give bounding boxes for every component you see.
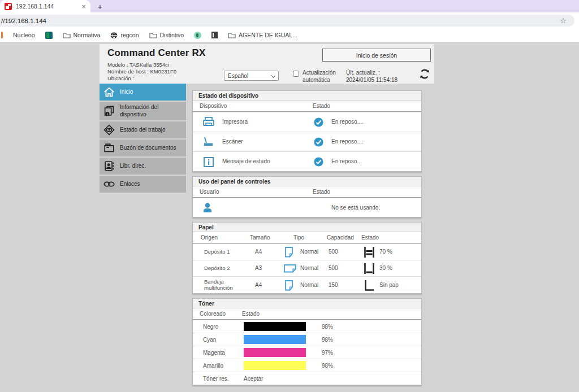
toner-name: Amarillo — [203, 363, 223, 369]
refresh-icon — [418, 68, 431, 80]
sidebar-item-label: Inicio — [120, 89, 133, 96]
auto-refresh-group: Actualización automática — [293, 69, 339, 84]
language-select[interactable]: Español — [224, 71, 279, 81]
paper-portrait-icon — [283, 280, 295, 294]
paper-type: Normal — [300, 265, 318, 271]
col-capacity: Capacidad — [327, 234, 354, 241]
panel-usage-panel: Uso del panel de controles Usuario Estad… — [192, 176, 422, 217]
url-text: //192.168.1.144 — [1, 18, 560, 24]
sidebar-item-inicio[interactable]: Inicio — [100, 84, 186, 101]
refresh-button[interactable] — [418, 68, 431, 80]
toner-level-bar — [244, 322, 306, 331]
device-info-icon — [103, 105, 115, 117]
paper-row-deposito-1: Depósito 1 A4 Normal 500 70 % — [193, 243, 421, 260]
paper-portrait-icon — [283, 246, 295, 261]
toner-reserve-row: Tóner res. Aceptar — [193, 372, 421, 385]
scanner-icon — [202, 136, 215, 151]
bookmark-star-icon[interactable]: ☆ — [560, 16, 567, 25]
bookmarks-bar: Nucleoo Normativa regcon Distintivo AGEN… — [0, 28, 579, 42]
device-name: Escáner — [222, 138, 243, 145]
last-update-label: Últ. actualiz. : — [346, 69, 397, 76]
bookmark-item[interactable]: regcon — [110, 32, 139, 39]
new-tab-button[interactable]: + — [95, 1, 105, 11]
bookmark-item[interactable] — [211, 32, 218, 38]
sidebar-item-label: Buzón de documentos — [120, 145, 176, 152]
sidebar-item-estado-del-trabajo[interactable]: Estado del trabajo — [100, 121, 186, 138]
status-ok-icon — [314, 157, 323, 169]
toner-name: Magenta — [203, 350, 225, 356]
bookmark-item[interactable]: Distintivo — [149, 32, 184, 38]
toner-percent: 98% — [322, 337, 333, 343]
col-type: Tipo — [293, 234, 304, 241]
address-bar[interactable]: //192.168.1.144 ☆ — [0, 15, 574, 27]
bookmark-item[interactable]: Nucleoo — [13, 32, 35, 38]
toner-reserve-status: Aceptar — [244, 376, 263, 382]
tab-close-icon[interactable]: × — [81, 3, 86, 10]
hostname-text: Nombre de host : KM0231F0 — [107, 68, 176, 75]
paper-landscape-icon — [283, 263, 297, 276]
paper-row-deposito-2: Depósito 2 A3 Normal 500 30 % — [193, 260, 421, 276]
col-color: Coloreado — [200, 311, 226, 317]
document-box-icon — [103, 142, 115, 154]
sidebar-item-buzon-de-documentos[interactable]: Buzón de documentos — [100, 140, 186, 156]
bookmark-label: regcon — [120, 32, 139, 38]
paper-status: Sin pap — [379, 282, 399, 288]
clipped-favicon — [1, 32, 3, 38]
sidebar-item-label: Enlaces — [120, 181, 140, 188]
browser-tab[interactable]: 192.168.1.144 × — [0, 0, 90, 12]
folder-icon — [149, 32, 157, 38]
device-status-text: En reposo.... — [331, 138, 364, 145]
col-status: Estado — [242, 311, 260, 317]
green-app-icon — [194, 32, 201, 39]
toner-percent: 97% — [322, 350, 333, 356]
toner-level-bar — [244, 361, 306, 370]
links-icon — [103, 178, 115, 190]
col-size: Tamaño — [250, 234, 270, 241]
bookmark-item[interactable] — [194, 32, 201, 39]
toner-row-amarillo: Amarillo 98% — [193, 359, 421, 372]
app-header: Command Center RX Modelo : TASKalfa 3554… — [100, 44, 434, 84]
login-button[interactable]: Inicio de sesión — [322, 49, 431, 62]
device-status-text: En reposo.... — [331, 119, 364, 125]
device-name: Impresora — [222, 119, 248, 125]
auto-refresh-checkbox[interactable] — [293, 71, 299, 77]
toner-level-bar — [244, 335, 306, 344]
toner-row-negro: Negro 98% — [193, 320, 421, 333]
sidebar-item-informacion-del-dispositivo[interactable]: Información del dispositivo — [100, 102, 186, 120]
screen: 192.168.1.144 × + //192.168.1.144 ☆ Nucl… — [0, 0, 579, 392]
sidebar-item-enlaces[interactable]: Enlaces — [100, 176, 186, 193]
sidebar-item-label: Información del dispositivo — [120, 104, 183, 118]
usage-row: No se está usando. — [193, 198, 421, 217]
bookmark-item[interactable]: Normativa — [63, 32, 101, 38]
bookmark-label: AGENTE DE IGUAL... — [239, 32, 297, 38]
tray-level-high-icon — [362, 246, 376, 262]
paper-capacity: 500 — [329, 249, 338, 255]
device-row-mensaje: Mensaje de estado En reposo... — [193, 151, 421, 171]
device-row-impresora: Impresora En reposo.... — [193, 112, 421, 132]
teal-app-icon — [45, 32, 53, 39]
bookmark-item[interactable] — [45, 32, 53, 39]
sidebar-item-libr-direc[interactable]: Libr. direc. — [100, 158, 186, 175]
toner-row-magenta: Magenta 97% — [193, 346, 421, 359]
panel-title: Estado del dispositivo — [193, 91, 421, 101]
tab-title: 192.168.1.144 — [16, 3, 77, 10]
browser-url-row: //192.168.1.144 ☆ — [0, 12, 579, 28]
paper-size: A3 — [255, 265, 262, 271]
job-status-icon — [103, 124, 115, 136]
col-status: Estado — [313, 103, 330, 109]
paper-type: Normal — [300, 249, 318, 255]
paper-source: Bandeja multifunción — [204, 278, 248, 291]
column-headers: Dispositivo Estado — [193, 101, 421, 112]
paper-status: 30 % — [379, 265, 392, 271]
toner-percent: 98% — [322, 363, 333, 369]
sidebar-item-label: Estado del trabajo — [120, 127, 166, 134]
page-background: Command Center RX Modelo : TASKalfa 3554… — [0, 42, 579, 392]
user-icon — [201, 201, 214, 217]
page-title: Command Center RX — [107, 47, 205, 59]
globe-icon — [110, 32, 118, 39]
bookmark-item[interactable]: AGENTE DE IGUAL... — [228, 32, 297, 38]
browser-tab-strip: 192.168.1.144 × + — [0, 0, 579, 12]
paper-row-bandeja: Bandeja multifunción A4 Normal 150 Sin p… — [193, 276, 421, 293]
tray-empty-icon — [362, 279, 376, 295]
sidebar-item-label: Libr. direc. — [120, 163, 146, 170]
